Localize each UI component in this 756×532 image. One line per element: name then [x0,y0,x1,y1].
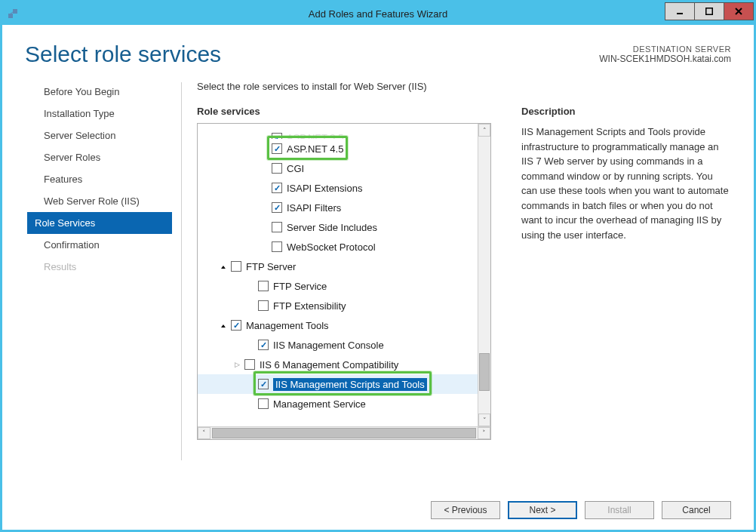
tree-item-label[interactable]: ISAPI Extensions [287,183,362,194]
tree-item-label[interactable]: Management Service [273,398,366,410]
checkbox[interactable] [258,398,269,409]
tree-item-label[interactable]: FTP Extensibility [273,300,346,312]
close-button[interactable] [724,2,754,20]
tree-item-label[interactable]: IIS Management Console [273,340,384,351]
tree-item-label[interactable]: CGI [287,163,304,174]
cancel-button[interactable]: Cancel [662,501,731,519]
sidebar-item-confirmation[interactable]: Confirmation [44,234,172,256]
tree-row[interactable]: IIS Management Scripts and Tools [198,374,478,394]
tree-item-label[interactable]: IIS 6 Management Compatibility [260,359,398,371]
tree-row[interactable]: IIS Management Console [198,335,478,355]
tree-item-label[interactable]: ASP.NET 4.5 [287,143,343,155]
expand-icon[interactable]: ▲ [219,322,228,328]
page-title: Select role services [25,42,221,67]
title-bar: Add Roles and Features Wizard [2,2,754,25]
svg-rect-3 [706,8,713,15]
role-services-box: ASP.NET 3.5ASP.NET 4.5CGIISAPI Extension… [197,123,491,440]
tree-item-label[interactable]: IIS Management Scripts and Tools [273,378,427,391]
svg-rect-0 [8,14,13,18]
scroll-up-button[interactable]: ˄ [478,124,490,137]
scroll-down-button[interactable]: ˅ [478,414,490,426]
tree-item-label[interactable]: FTP Service [273,281,327,292]
expand-icon[interactable]: ▲ [219,263,228,269]
tree-row[interactable]: ISAPI Filters [198,198,478,217]
description-label: Description [521,106,731,117]
tree-row[interactable]: ▲FTP Server [198,257,478,276]
checkbox[interactable] [258,379,269,389]
install-button[interactable]: Install [585,501,654,519]
sidebar-item-role-services[interactable]: Role Services [27,212,172,234]
description-column: Description IIS Management Scripts and T… [521,106,731,483]
tree-row[interactable]: Server Side Includes [198,217,478,237]
hscroll-thumb[interactable] [212,428,476,438]
app-icon [2,8,23,19]
description-text: IIS Management Scripts and Tools provide… [521,125,731,242]
columns: Role services ASP.NET 3.5ASP.NET 4.5CGII… [197,106,731,483]
sidebar-item-web-server-role[interactable]: Web Server Role (IIS) [44,190,172,212]
tree-row[interactable]: Management Service [198,394,478,414]
checkbox[interactable] [244,359,255,370]
tree-item-label[interactable]: WebSocket Protocol [287,241,376,253]
checkbox[interactable] [272,143,282,154]
tree-item-label[interactable]: Management Tools [246,320,329,331]
role-services-column: Role services ASP.NET 3.5ASP.NET 4.5CGII… [197,106,491,483]
sidebar-item-server-selection[interactable]: Server Selection [44,125,172,146]
tree-row[interactable]: ASP.NET 3.5 [198,128,478,139]
role-services-tree[interactable]: ASP.NET 3.5ASP.NET 4.5CGIISAPI Extension… [198,124,478,426]
checkbox[interactable] [272,163,282,174]
vscroll-track[interactable] [478,137,490,414]
checkbox[interactable] [231,320,241,331]
tree-item-label[interactable]: FTP Server [246,261,296,272]
sidebar-item-results: Results [44,256,172,278]
tree-row[interactable]: CGI [198,158,478,178]
sidebar-nav: Before You Begin Installation Type Serve… [44,75,172,483]
scroll-left-button[interactable]: ˂ [198,427,211,439]
checkbox[interactable] [272,222,282,232]
window-title: Add Roles and Features Wizard [2,8,754,20]
checkbox[interactable] [231,261,241,272]
sidebar-item-features[interactable]: Features [44,168,172,190]
checkbox[interactable] [272,202,282,213]
destination-server: DESTINATION SERVER WIN-SCEK1HMDSOH.katai… [599,42,731,64]
wizard-body: Select role services DESTINATION SERVER … [2,25,754,530]
tree-row[interactable]: ▲Management Tools [198,315,478,335]
tree-row[interactable]: ASP.NET 4.5 [198,139,478,158]
destination-value: WIN-SCEK1HMDSOH.katai.com [599,54,731,64]
instruction-text: Select the role services to install for … [197,81,731,92]
checkbox[interactable] [272,183,282,193]
checkbox[interactable] [258,281,269,291]
vertical-scrollbar[interactable]: ˄ ˅ [478,124,490,426]
sidebar-item-server-roles[interactable]: Server Roles [44,146,172,168]
wizard-main: Before You Begin Installation Type Serve… [2,75,754,490]
tree-row[interactable]: FTP Service [198,276,478,296]
role-services-label: Role services [197,106,491,117]
window-controls [665,2,754,20]
vscroll-thumb[interactable] [479,353,490,391]
previous-button[interactable]: < Previous [431,501,500,519]
expand-icon[interactable]: ▷ [232,361,241,368]
tree-row[interactable]: ISAPI Extensions [198,178,478,198]
tree-item-label[interactable]: ASP.NET 3.5 [287,132,343,139]
checkbox[interactable] [258,340,269,350]
svg-rect-2 [677,13,683,14]
right-pane: Select the role services to install for … [197,75,731,483]
destination-label: DESTINATION SERVER [599,45,731,54]
window-frame: Add Roles and Features Wizard Select rol… [0,0,756,532]
horizontal-scrollbar[interactable]: ˂ ˃ [198,426,490,439]
tree-row[interactable]: ▷IIS 6 Management Compatibility [198,355,478,374]
tree-row[interactable]: FTP Extensibility [198,296,478,315]
tree-item-label[interactable]: Server Side Includes [287,222,377,233]
sidebar-item-installation-type[interactable]: Installation Type [44,103,172,125]
maximize-button[interactable] [694,2,724,20]
tree-row[interactable]: WebSocket Protocol [198,237,478,257]
next-button[interactable]: Next > [508,501,577,519]
hscroll-track[interactable] [211,427,478,439]
checkbox[interactable] [272,133,282,139]
minimize-button[interactable] [665,2,695,20]
checkbox[interactable] [272,241,282,252]
sidebar-item-before-you-begin[interactable]: Before You Begin [44,81,172,103]
tree-item-label[interactable]: ISAPI Filters [287,202,341,214]
vertical-divider [181,82,182,460]
scroll-right-button[interactable]: ˃ [478,427,490,439]
checkbox[interactable] [258,300,269,311]
